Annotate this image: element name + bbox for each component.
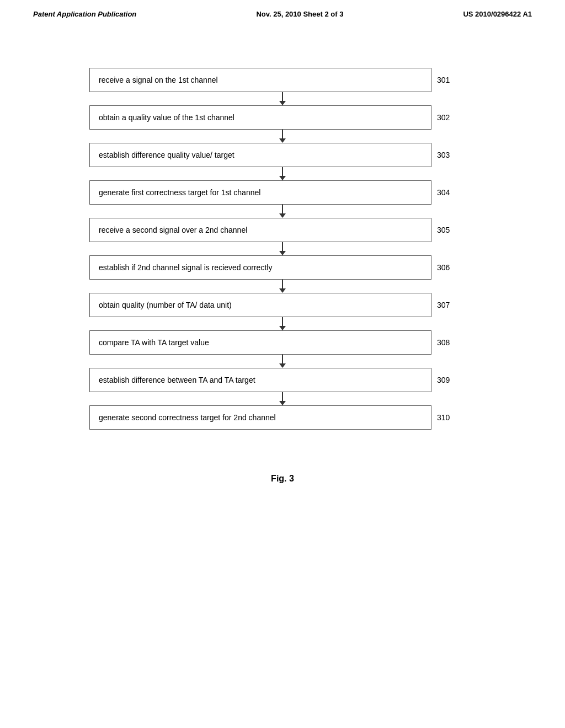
step-number-303: 303 [431,151,476,159]
figure-label: Fig. 3 [0,474,565,484]
header-center: Nov. 25, 2010 Sheet 2 of 3 [256,10,343,18]
flow-row: obtain quality (number of TA/ data unit)… [89,293,476,317]
flow-box-303: establish difference quality value/ targ… [89,143,431,167]
arrow-head [279,101,286,105]
flow-box-307: obtain quality (number of TA/ data unit) [89,293,431,317]
flow-row: generate second correctness target for 2… [89,405,476,430]
arrow-302 [89,130,476,143]
arrow-303 [89,167,476,180]
flow-diagram: receive a signal on the 1st channel301ob… [0,68,565,430]
step-number-305: 305 [431,226,476,234]
arrow-head [279,363,286,368]
step-number-307: 307 [431,301,476,309]
arrow-309 [89,392,476,405]
header-right: US 2010/0296422 A1 [463,10,532,18]
flow-row: obtain a quality value of the 1st channe… [89,105,476,130]
arrow-head [279,138,286,143]
flow-box-301: receive a signal on the 1st channel [89,68,431,92]
arrow-301 [89,92,476,105]
step-number-309: 309 [431,376,476,384]
flow-row: establish difference between TA and TA t… [89,368,476,392]
flow-box-309: establish difference between TA and TA t… [89,368,431,392]
flow-box-302: obtain a quality value of the 1st channe… [89,105,431,130]
step-number-308: 308 [431,338,476,347]
flow-box-308: compare TA with TA target value [89,330,431,355]
step-number-302: 302 [431,113,476,122]
arrow-head [279,176,286,180]
flow-row: receive a second signal over a 2nd chann… [89,218,476,242]
flow-row: establish difference quality value/ targ… [89,143,476,167]
arrow-306 [89,280,476,293]
step-number-301: 301 [431,76,476,84]
step-number-306: 306 [431,263,476,272]
flow-box-304: generate first correctness target for 1s… [89,180,431,205]
flow-box-306: establish if 2nd channel signal is recie… [89,255,431,280]
header-left: Patent Application Publication [33,10,136,18]
flow-row: establish if 2nd channel signal is recie… [89,255,476,280]
arrow-head [279,251,286,255]
arrow-head [279,326,286,330]
flow-box-310: generate second correctness target for 2… [89,405,431,430]
arrow-305 [89,242,476,255]
flow-row: compare TA with TA target value308 [89,330,476,355]
arrow-307 [89,317,476,330]
arrow-304 [89,205,476,218]
step-number-304: 304 [431,188,476,197]
flow-row: generate first correctness target for 1s… [89,180,476,205]
arrow-308 [89,355,476,368]
step-number-310: 310 [431,413,476,422]
arrow-head [279,213,286,218]
arrow-head [279,401,286,405]
arrow-head [279,288,286,293]
flow-row: receive a signal on the 1st channel301 [89,68,476,92]
page-header: Patent Application Publication Nov. 25, … [0,0,565,18]
flow-box-305: receive a second signal over a 2nd chann… [89,218,431,242]
